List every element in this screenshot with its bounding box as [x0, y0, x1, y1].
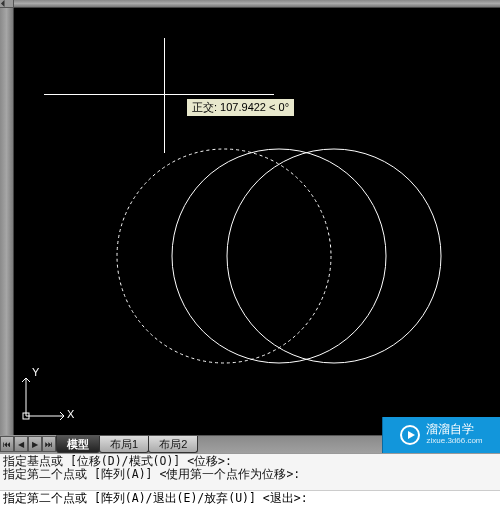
tab-nav-last[interactable]: ⏭ — [42, 436, 56, 452]
tab-label: 布局2 — [159, 437, 187, 452]
ucs-y-label: Y — [32, 366, 39, 378]
circle-copy-1 — [172, 149, 386, 363]
logo-brand: 溜溜自学 — [426, 423, 482, 435]
command-input-row — [0, 490, 500, 505]
ucs-x-label: X — [67, 408, 74, 420]
tab-layout2[interactable]: 布局2 — [148, 436, 198, 453]
ruler-corner — [0, 0, 14, 8]
tab-label: 布局1 — [110, 437, 138, 452]
command-history: 指定基点或 [位移(D)/模式(O)] <位移>: 指定第二个点或 [阵列(A)… — [0, 454, 500, 490]
command-input[interactable] — [0, 491, 500, 505]
tab-model[interactable]: 模型 — [56, 436, 100, 453]
circle-copy-2 — [227, 149, 441, 363]
circle-source-ghost — [117, 149, 331, 363]
layout-tabs: 模型 布局1 布局2 — [56, 435, 197, 453]
tab-layout1[interactable]: 布局1 — [99, 436, 149, 453]
tab-nav: ⏮ ◀ ▶ ⏭ — [0, 435, 56, 453]
tab-label: 模型 — [67, 437, 89, 452]
ruler-top — [14, 0, 500, 8]
tab-nav-next[interactable]: ▶ — [28, 436, 42, 452]
logo-url: zixue.3d66.com — [426, 435, 482, 447]
drawing-canvas[interactable]: 正交: 107.9422 < 0° Y X — [14, 8, 500, 435]
ucs-icon — [22, 378, 64, 420]
watermark-logo: 溜溜自学 zixue.3d66.com — [382, 417, 500, 453]
play-icon — [400, 425, 420, 445]
tab-nav-first[interactable]: ⏮ — [0, 436, 14, 452]
ruler-left — [0, 0, 14, 435]
command-history-line: 指定第二个点或 [阵列(A)] <使用第一个点作为位移>: — [3, 468, 497, 481]
tab-nav-prev[interactable]: ◀ — [14, 436, 28, 452]
command-area: 指定基点或 [位移(D)/模式(O)] <位移>: 指定第二个点或 [阵列(A)… — [0, 453, 500, 505]
drawing-objects — [14, 8, 500, 428]
